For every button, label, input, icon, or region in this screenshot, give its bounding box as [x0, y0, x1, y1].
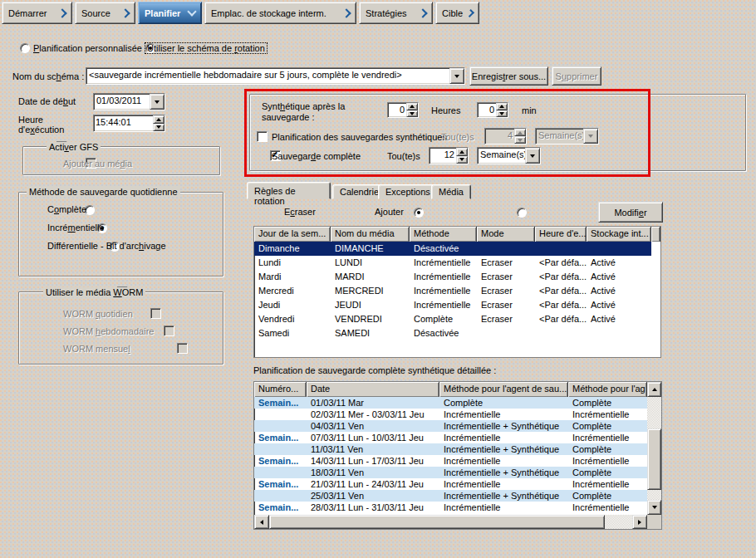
- plan-interval-spinner[interactable]: 4: [484, 128, 527, 144]
- scrollbar-track[interactable]: [605, 515, 632, 529]
- rotation-table-row[interactable]: DimancheDIMANCHEDésactivée: [254, 242, 651, 256]
- date-dropdown-button[interactable]: [150, 94, 164, 110]
- worm-monthly-checkbox[interactable]: ✓: [177, 343, 188, 354]
- column-header[interactable]: Mode: [477, 227, 535, 242]
- detail-table-row[interactable]: 04/03/11 VenIncrémentielle + Synthétique…: [254, 420, 647, 432]
- detail-table-row[interactable]: Semain...28/03/11 Lun - 31/03/11 JeuIncr…: [254, 502, 647, 513]
- tab-regles-de-rotation[interactable]: Règles de rotation: [247, 182, 331, 199]
- rotation-table-cell: Activé: [587, 298, 651, 312]
- tab-media[interactable]: Média: [431, 184, 471, 199]
- spin-up-button[interactable]: [496, 103, 508, 110]
- rotation-table-row[interactable]: MardiMARDIIncrémentielleEcraser<Par défa…: [254, 270, 660, 284]
- synthetic-hours-spinner[interactable]: 0: [387, 102, 419, 118]
- column-header[interactable]: Jour de la sem...: [254, 227, 331, 242]
- detail-table-row[interactable]: Semain...14/03/11 Lun - 17/03/11 JeuIncr…: [254, 455, 647, 467]
- dropdown-arrow-icon: [454, 75, 459, 78]
- worm-daily-checkbox[interactable]: ✓: [150, 308, 161, 319]
- scroll-down-button[interactable]: [647, 500, 661, 515]
- combo-dropdown-button[interactable]: [583, 129, 598, 144]
- rotation-table-row[interactable]: VendrediVENDREDIComplèteEcraser<Par défa…: [254, 312, 660, 326]
- full-interval-spinner[interactable]: 12: [429, 147, 469, 164]
- column-header[interactable]: Date: [307, 382, 439, 397]
- spin-up-button[interactable]: [153, 115, 164, 124]
- spin-up-button[interactable]: [514, 129, 526, 136]
- chevron-right-icon: [418, 8, 427, 17]
- overwrite-radio[interactable]: [414, 208, 424, 218]
- start-date-field[interactable]: 01/03/2011: [93, 93, 165, 110]
- rotation-table-cell: [587, 242, 651, 256]
- modify-button[interactable]: Modifier: [598, 202, 663, 223]
- custom-plan-radio[interactable]: [20, 43, 30, 53]
- scrollbar-thumb[interactable]: [647, 428, 661, 490]
- plan-unit-dropdown[interactable]: Semaine(s): [535, 128, 599, 144]
- synthetic-minutes-spinner[interactable]: 0: [477, 102, 508, 118]
- scrollbar-thumb[interactable]: [269, 515, 605, 529]
- detail-table-cell: Incrémentielle: [439, 432, 568, 443]
- rotation-table-cell: Activé: [587, 256, 651, 270]
- delete-button[interactable]: Supprimer: [552, 66, 601, 86]
- rotation-table-row[interactable]: MercrediMERCREDIIncrémentielleEcraser<Pa…: [254, 284, 660, 298]
- detail-table-row[interactable]: 11/03/11 VenIncrémentielle + Synthétique…: [254, 443, 647, 455]
- worm-weekly-checkbox[interactable]: ✓: [164, 326, 174, 336]
- spin-down-button[interactable]: [456, 156, 468, 164]
- column-header[interactable]: Méthode: [410, 227, 477, 242]
- spin-up-button[interactable]: [456, 148, 468, 156]
- spin-down-button[interactable]: [406, 110, 418, 118]
- spin-up-button[interactable]: [406, 103, 418, 110]
- detail-table-row[interactable]: Semain...01/03/11 MarComplèteComplète: [254, 397, 647, 409]
- rotation-table-row[interactable]: JeudiJEUDIIncrémentielleEcraser<Par défa…: [254, 298, 660, 312]
- tab-exceptions[interactable]: Exceptions: [378, 184, 438, 199]
- save-as-button[interactable]: Enregistrer sous...: [469, 66, 548, 86]
- rotation-table-row[interactable]: LundiLUNDIIncrémentielleEcraser<Par défa…: [254, 256, 660, 270]
- spin-down-button[interactable]: [514, 136, 526, 144]
- scroll-left-button[interactable]: [254, 515, 269, 529]
- scroll-up-button[interactable]: [647, 382, 661, 397]
- spin-down-button[interactable]: [496, 110, 508, 118]
- column-header[interactable]: Méthode pour l'agent de sau...: [439, 382, 568, 397]
- detail-table-row[interactable]: 25/03/11 VenIncrémentielle + Synthétique…: [254, 490, 647, 502]
- detail-table-cell: Semain...: [254, 455, 307, 467]
- vertical-scrollbar[interactable]: [647, 382, 661, 529]
- rotation-table-cell: DIMANCHE: [331, 242, 410, 256]
- up-arrow-icon: [156, 118, 161, 121]
- scroll-right-button[interactable]: [632, 515, 647, 529]
- wizard-tab-emplacement[interactable]: Emplac. de stockage interm.: [204, 2, 356, 24]
- spin-down-button[interactable]: [153, 124, 164, 132]
- wizard-tab-strategies[interactable]: Stratégies: [359, 2, 433, 24]
- column-header[interactable]: Numéro...: [254, 382, 307, 397]
- time-spinner[interactable]: [153, 115, 164, 131]
- rotation-table-cell: VENDREDI: [331, 312, 410, 326]
- detail-table-row[interactable]: Semain...07/03/11 Lun - 10/03/11 JeuIncr…: [254, 432, 647, 443]
- column-header[interactable]: Nom du média: [331, 227, 410, 242]
- scrollbar-track[interactable]: [647, 397, 661, 428]
- synthetic-plan-checkbox[interactable]: ✓: [257, 131, 268, 142]
- detail-table-row[interactable]: 18/03/11 VenIncrémentielle + Synthétique…: [254, 467, 647, 478]
- method-complete-label: Complète: [47, 204, 86, 214]
- chevron-right-icon: [57, 8, 66, 17]
- detail-table-row[interactable]: 02/03/11 Mer - 03/03/11 JeuIncrémentiell…: [254, 409, 647, 420]
- wizard-tab-cible[interactable]: Cible: [435, 2, 479, 24]
- up-arrow-icon: [499, 105, 504, 108]
- wizard-tab-source[interactable]: Source: [75, 2, 135, 24]
- synthetic-after-label-line2: sauvegarde :: [262, 112, 315, 122]
- combo-dropdown-button[interactable]: [449, 68, 464, 84]
- minutes-unit-label: min: [522, 105, 537, 115]
- wizard-tab-planifier[interactable]: Planifier: [138, 2, 202, 24]
- column-header[interactable]: Stockage int...: [587, 227, 651, 242]
- wizard-tab-demarrer[interactable]: Démarrer: [2, 2, 72, 24]
- append-radio[interactable]: [517, 208, 527, 218]
- detail-table-row[interactable]: Semain...21/03/11 Lun - 24/03/11 JeuIncr…: [254, 478, 647, 490]
- combo-dropdown-button[interactable]: [525, 148, 540, 164]
- detail-table-cell: Complète: [568, 467, 645, 478]
- detail-table-cell: 11/03/11 Ven: [307, 443, 439, 455]
- rotation-table-cell: [477, 326, 535, 340]
- scrollbar-track[interactable]: [647, 490, 661, 500]
- exec-time-value: 15:44:01: [94, 115, 153, 131]
- column-header[interactable]: Heure d'e...: [535, 227, 587, 242]
- exec-time-field[interactable]: 15:44:01: [93, 115, 165, 132]
- full-unit-dropdown[interactable]: Semaine(s): [477, 147, 541, 164]
- horizontal-scrollbar[interactable]: [254, 515, 647, 529]
- scheme-name-combobox[interactable]: <sauvegarde incrémentielle hebdomadaire …: [86, 67, 465, 85]
- column-header[interactable]: Méthode pour l'ag: [568, 382, 647, 397]
- rotation-table-row[interactable]: SamediSAMEDIDésactivée: [254, 326, 660, 340]
